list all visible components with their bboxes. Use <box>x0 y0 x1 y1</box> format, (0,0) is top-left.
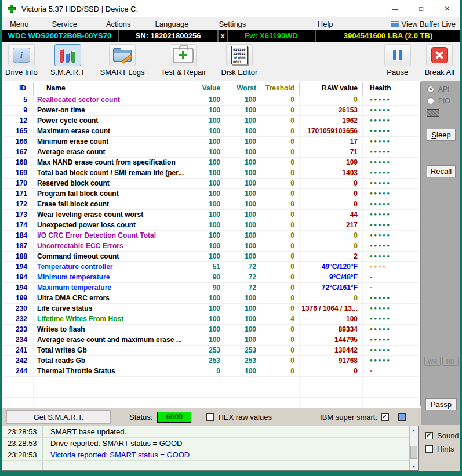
log-scrollbar[interactable] <box>409 426 418 470</box>
device-bar: WDC WDS200T2B0B-00YS70 SN: 182021800256 … <box>2 30 460 42</box>
activity-indicator <box>427 109 439 117</box>
table-row[interactable]: 173Wear leveling erase count worst100100… <box>3 210 420 220</box>
cell-id: 233 <box>3 325 34 335</box>
header-name[interactable]: Name <box>34 82 201 95</box>
cell-value: 90 <box>201 283 225 293</box>
header-treshold[interactable]: Treshold <box>261 82 300 95</box>
header-worst[interactable]: Worst <box>225 82 261 95</box>
rd-button[interactable]: RD <box>442 357 459 366</box>
cell-health: ●●●●● <box>363 325 409 335</box>
cell-name: Temperature controller <box>34 262 201 272</box>
cell-id: 173 <box>3 210 34 220</box>
table-row[interactable]: 12Power cycle count10010001962●●●●● <box>3 116 420 126</box>
cell-raw: 0 <box>300 95 363 105</box>
api-radio[interactable]: API <box>427 85 449 93</box>
pause-icon <box>393 50 402 60</box>
sleep-button[interactable]: Sleep <box>427 129 456 141</box>
cell-health: ●●●●● <box>363 293 409 303</box>
table-row[interactable]: 244Thermal Throttle Status010000● <box>3 366 420 377</box>
table-row[interactable]: 232Lifetime Writes From Host1001004100●●… <box>3 314 420 325</box>
recall-button[interactable]: Recall <box>427 165 456 177</box>
cell-name: Erase fail block count <box>34 199 201 209</box>
header-value[interactable]: Value <box>201 82 225 95</box>
cell-worst: 100 <box>225 126 261 136</box>
table-row[interactable]: 234Average erase count and maximum erase… <box>3 335 420 346</box>
scroll-up-icon[interactable] <box>410 426 418 434</box>
smart-button[interactable]: S.M.A.R.T <box>50 44 85 77</box>
passp-button[interactable]: Passp <box>425 398 457 410</box>
cell-raw: 1962 <box>300 116 363 126</box>
cell-id: 169 <box>3 168 34 178</box>
cell-raw: 91768 <box>300 356 363 366</box>
header-id[interactable]: ID <box>3 82 34 95</box>
table-row[interactable]: 165Maximum erase count100100017010591036… <box>3 126 420 137</box>
pio-radio[interactable]: PIO <box>427 97 450 105</box>
maximize-button[interactable]: □ <box>408 0 434 17</box>
table-row[interactable]: 241Total writes Gb2532530130442●●●●● <box>3 346 420 356</box>
scrollbar-thumb[interactable] <box>410 446 417 459</box>
cell-id: 241 <box>3 346 34 355</box>
scroll-down-icon[interactable] <box>410 463 418 470</box>
cell-name: Minimum erase count <box>34 137 201 147</box>
disk-editor-button[interactable]: 0101101100111010000001 Disk Editor <box>221 44 257 77</box>
menu-item-service[interactable]: Service <box>50 20 79 28</box>
blue-indicator[interactable] <box>398 413 406 421</box>
sound-checkbox-row[interactable]: Sound <box>425 431 459 440</box>
table-row[interactable]: 194Minimum temperature907209°C/48°F- <box>3 272 420 283</box>
test-repair-button[interactable]: Test & Repair <box>161 44 206 77</box>
table-row[interactable]: 194Maximum temperature9072072°C/161°F- <box>3 283 420 293</box>
menu-item-help[interactable]: Help <box>315 20 336 28</box>
cell-filler <box>409 241 420 251</box>
table-row[interactable]: 166Minimum erase count100100017●●●●● <box>3 137 420 147</box>
header-health[interactable]: Health <box>363 82 409 95</box>
table-row[interactable]: 171Program fail block count10010000●●●●● <box>3 189 420 199</box>
cell-empty <box>34 377 201 387</box>
table-row[interactable]: 184I/O CRC Error Detection Count Total10… <box>3 231 420 241</box>
view-buffer-live-button[interactable]: View Buffer Live <box>391 20 456 28</box>
table-row[interactable]: 169Total bad block count / SMI remain li… <box>3 168 420 179</box>
hex-raw-values-checkbox[interactable] <box>206 413 214 421</box>
hints-checkbox[interactable] <box>425 445 433 453</box>
cell-worst: 100 <box>225 137 261 147</box>
cell-worst: 100 <box>225 231 261 241</box>
table-row[interactable]: 5Reallocated sector count10010000●●●●● <box>3 95 420 106</box>
table-row[interactable]: 172Erase fail block count10010000●●●●● <box>3 199 420 210</box>
ibm-super-smart-checkbox[interactable] <box>381 413 389 421</box>
header-raw-value[interactable]: RAW value <box>300 82 363 95</box>
close-button[interactable]: ✕ <box>434 0 460 17</box>
table-row[interactable]: 187Uncorrectable ECC Errors10010000●●●●● <box>3 241 420 252</box>
table-row[interactable]: 188Command timeout count10010002●●●●● <box>3 252 420 262</box>
device-close-button[interactable]: x <box>219 30 228 42</box>
table-row[interactable]: 170Reserved block count10010000●●●●● <box>3 179 420 189</box>
break-all-button[interactable]: Break All <box>425 44 454 77</box>
cell-worst: 100 <box>225 95 261 105</box>
table-row[interactable]: 233Writes to flash100100089334●●●●● <box>3 325 420 335</box>
menu-item-menu[interactable]: Menu <box>8 20 31 28</box>
drive-info-button[interactable]: i Drive Info <box>5 44 38 77</box>
table-row[interactable]: 9Power-on time100100026153●●●●● <box>3 106 420 116</box>
cell-treshold: 0 <box>261 147 300 157</box>
pause-button[interactable]: Pause <box>384 44 411 77</box>
hints-checkbox-row[interactable]: Hints <box>425 445 454 453</box>
table-row[interactable]: 168Max NAND erase count from specificati… <box>3 158 420 168</box>
first-aid-icon <box>173 48 194 63</box>
cell-raw: 0 <box>300 199 363 209</box>
menu-item-language[interactable]: Language <box>153 20 191 28</box>
wr-button[interactable]: WR <box>424 357 441 366</box>
table-row[interactable]: 167Average erase count100100071●●●●● <box>3 147 420 158</box>
table-row[interactable]: 242Total reads Gb253253091768●●●●● <box>3 356 420 366</box>
header-filler <box>409 82 420 95</box>
table-row[interactable]: 174Unexpected power loss count1001000217… <box>3 220 420 231</box>
menu-item-actions[interactable]: Actions <box>104 20 133 28</box>
minimize-button[interactable]: — <box>382 0 408 17</box>
smart-logs-button[interactable]: SMART Logs <box>100 44 145 77</box>
menu-item-settings[interactable]: Settings <box>216 20 248 28</box>
cell-health: ●●●●● <box>363 231 409 241</box>
table-row[interactable]: 194Temperature controller5172049°C/120°F… <box>3 262 420 272</box>
table-row[interactable]: 230Life curve status10010001376 / 1064 /… <box>3 304 420 314</box>
sound-checkbox[interactable] <box>425 432 433 439</box>
cell-empty <box>261 377 300 387</box>
get-smart-button[interactable]: Get S.M.A.R.T. <box>6 410 111 424</box>
cell-health: ●●●●● <box>363 210 409 220</box>
table-row[interactable]: 199Ultra DMA CRC errors10010000●●●●● <box>3 293 420 304</box>
